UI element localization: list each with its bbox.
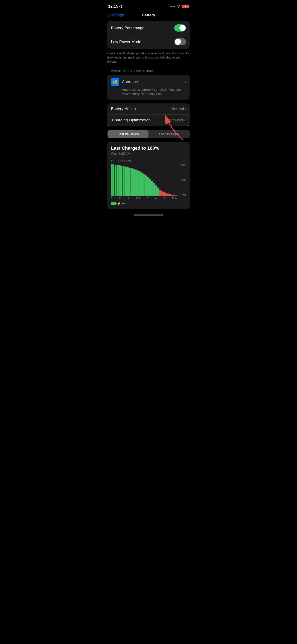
wifi-icon [176,4,180,8]
last-charged-time: Wed 6:05 AM [111,152,186,156]
autolock-card[interactable]: 🔐 Auto-Lock › Auto-Lock is currently tur… [107,75,190,100]
battery-health-chevron-icon: › [185,107,186,111]
graph-bar [147,177,149,196]
status-icons: 8 [170,4,189,8]
mini-battery-nub [116,203,117,204]
graph-bar [129,168,131,196]
x-label-9pm: 9 [164,197,165,200]
charging-optimization-label: Charging Optimization [112,118,150,122]
graph-bar [153,183,155,196]
x-label-12pm: 12P [136,197,140,200]
low-power-mode-row[interactable]: Low Power Mode [107,35,190,48]
grid-line-0 [111,196,177,196]
status-bar: 12:15 {} 8 [104,0,194,12]
lightning-bolt-icon: ⚡ [117,202,121,205]
graph-bars [111,164,177,196]
x-label-6am: 6 [119,197,121,200]
graph-bar [111,164,112,196]
graph-bar [151,181,153,196]
nav-bar: ‹ Settings Battery [104,12,194,21]
status-time: 12:15 {} [108,4,122,9]
autolock-description: Auto-Lock is currently turned off. You c… [111,88,186,96]
graph-bar [161,191,163,196]
graph-bar [115,165,116,196]
graph-bar [125,166,127,196]
battery-percentage-toggle[interactable] [174,24,186,32]
battery-percentage-row[interactable]: Battery Percentage [107,21,190,35]
graph-bar [168,194,169,196]
graph-bar [145,175,147,196]
signal-icon [170,6,175,7]
toggle-knob-2 [175,39,181,45]
graph-bar [139,171,141,196]
low-power-mode-toggle[interactable] [174,38,186,45]
graph-bar [121,166,123,196]
insights-header: INSIGHTS AND SUGGESTIONS [104,70,194,75]
x-label-3am: 3 [111,197,112,200]
graph-bar [135,170,137,196]
graph-bar [165,193,167,196]
last-24-hours-tab[interactable]: Last 24 Hours [108,130,148,138]
low-power-mode-label: Low Power Mode [111,40,141,44]
x-label-9am: 9 [128,197,129,200]
battery-settings-card: Battery Percentage Low Power Mode [107,21,190,48]
autolock-header: 🔐 Auto-Lock › [111,78,186,86]
graph-x-labels: 3 6 9 12P 3 6 9 12 A [111,197,177,200]
battery-health-value: Normal [171,107,184,111]
autolock-title: Auto-Lock [122,80,140,84]
autolock-left: 🔐 Auto-Lock [111,78,140,86]
toggle-knob [179,25,186,31]
graph-bar [119,166,121,196]
battery-graph-section: Last Charged to 100% Wed 6:05 AM BATTERY… [107,142,190,209]
graph-bar [117,165,118,196]
back-button[interactable]: ‹ Settings [107,13,124,18]
back-chevron-icon: ‹ [107,13,109,18]
graph-bar [123,166,124,196]
graph-bar [133,169,135,196]
battery-chart: 100% 50% 0% [111,164,186,196]
graph-bar [176,195,177,196]
battery-health-label: Battery Health [111,107,136,111]
graph-bar [141,172,143,196]
graph-y-labels: 100% 50% 0% [178,164,186,196]
back-label: Settings [110,13,124,18]
battery-icon: 8 [182,4,189,8]
battery-health-value-container: Normal › [171,107,186,111]
battery-level-label: BATTERY LEVEL [111,159,186,162]
page-title: Battery [142,13,156,18]
graph-bar [131,168,132,196]
graph-bar [159,190,161,196]
last-charged-title: Last Charged to 100% [111,146,186,151]
graph-bar [157,188,159,196]
mini-battery-icon [111,202,116,205]
x-label-3pm: 3 [147,197,148,200]
battery-level: 8 [185,5,186,8]
graph-bar [155,186,157,196]
graph-bar [169,194,171,196]
autolock-chevron-icon: › [185,80,186,84]
graph-bar [163,192,165,196]
x-label-6pm: 6 [155,197,156,200]
low-power-description: Low Power Mode temporarily reduces backg… [104,50,194,68]
autolock-icon: 🔐 [111,78,119,86]
graph-bar [127,167,129,196]
graph-bar [143,174,145,196]
charging-indicator: ⚡ [111,202,186,205]
y-label-100: 100% [178,164,186,166]
x-label-12am: 12 A [172,197,177,200]
home-indicator[interactable] [104,212,194,216]
dash-indicator [122,203,124,204]
battery-percentage-label: Battery Percentage [111,26,144,30]
graph-bar [173,195,175,196]
y-label-50: 50% [178,178,186,181]
y-label-0: 0% [178,193,186,196]
home-bar [134,214,164,216]
graph-bar [137,170,139,196]
graph-bar [171,195,173,196]
graph-bar [149,179,151,196]
graph-bar [113,164,115,196]
